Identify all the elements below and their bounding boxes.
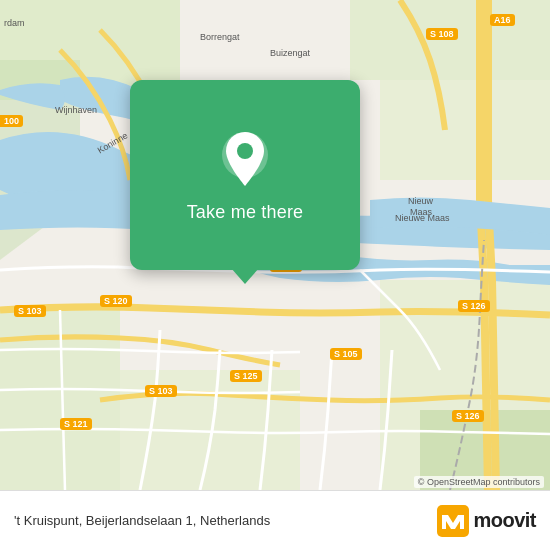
moovit-brand-text: moovit <box>473 509 536 532</box>
road-label-nieuw: Nieuw <box>408 196 433 206</box>
location-pin-icon <box>218 128 272 192</box>
moovit-logo: moovit <box>437 505 536 537</box>
route-badge-s121: S 121 <box>60 418 92 430</box>
route-badge-s126a: S 126 <box>458 300 490 312</box>
route-badge-s120a: S 120 <box>100 295 132 307</box>
route-badge-s126b: S 126 <box>452 410 484 422</box>
route-badge-s105: S 105 <box>330 348 362 360</box>
bottom-bar: 't Kruispunt, Beijerlandselaan 1, Nether… <box>0 490 550 550</box>
route-badge-s125: S 125 <box>230 370 262 382</box>
osm-attribution: © OpenStreetMap contributors <box>414 476 544 488</box>
take-me-there-button[interactable]: Take me there <box>187 202 304 223</box>
svg-rect-2 <box>350 0 550 80</box>
route-badge-s108: S 108 <box>426 28 458 40</box>
route-badge-s103b: S 103 <box>145 385 177 397</box>
route-badge-100: 100 <box>0 115 23 127</box>
route-badge-s103a: S 103 <box>14 305 46 317</box>
moovit-logo-icon <box>437 505 469 537</box>
road-label-wijnhaven: Wijnhaven <box>55 105 97 115</box>
svg-rect-3 <box>380 80 550 180</box>
road-label-borrengat: Borrengat <box>200 32 240 42</box>
svg-point-10 <box>237 143 253 159</box>
route-badge-a16: A16 <box>490 14 515 26</box>
road-label-maas2: Maas <box>410 207 432 217</box>
location-address: 't Kruispunt, Beijerlandselaan 1, Nether… <box>14 513 437 528</box>
city-label: rdam <box>4 18 25 28</box>
map-container: rdam Wijnhaven Koninne Borrengat Buizeng… <box>0 0 550 550</box>
location-popup: Take me there <box>130 80 360 270</box>
road-label-buizengat: Buizengat <box>270 48 310 58</box>
svg-rect-11 <box>437 505 469 537</box>
